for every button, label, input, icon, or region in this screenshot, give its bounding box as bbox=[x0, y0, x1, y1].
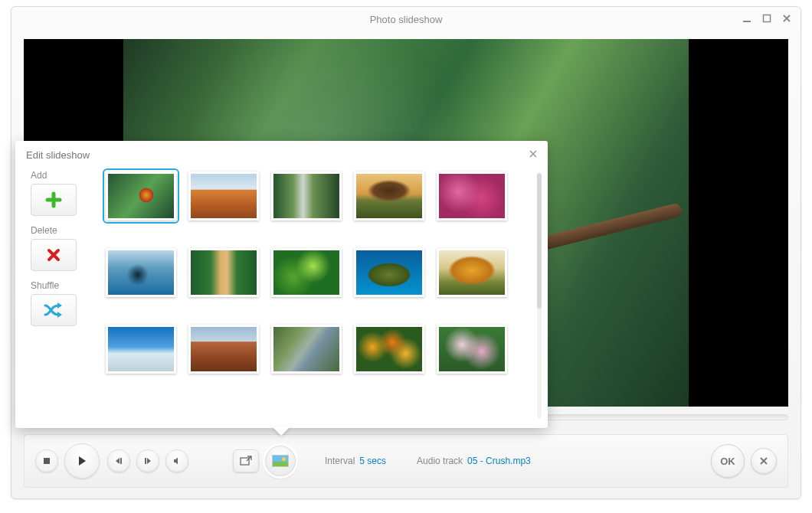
thumbnail-image bbox=[356, 174, 422, 218]
thumbnail-image bbox=[439, 174, 505, 218]
interval-label: Interval bbox=[325, 456, 355, 466]
volume-button[interactable] bbox=[165, 449, 188, 472]
next-button[interactable] bbox=[136, 449, 159, 472]
thumbnail-image bbox=[356, 250, 422, 295]
titlebar: Photo slideshow bbox=[11, 7, 801, 31]
prev-button[interactable] bbox=[107, 449, 130, 472]
thumbnail[interactable] bbox=[437, 325, 507, 374]
add-button[interactable] bbox=[31, 184, 77, 216]
export-button[interactable] bbox=[233, 449, 259, 472]
thumbnail[interactable] bbox=[106, 172, 176, 221]
svg-rect-0 bbox=[743, 21, 751, 22]
thumbnail[interactable] bbox=[354, 248, 424, 297]
edit-slideshow-dialog: Edit slideshow Add Delete Shuffle bbox=[15, 141, 548, 428]
cancel-button[interactable] bbox=[751, 448, 777, 474]
thumbnail[interactable] bbox=[271, 172, 342, 221]
x-icon bbox=[46, 247, 61, 263]
window-title: Photo slideshow bbox=[370, 14, 443, 25]
plus-icon bbox=[45, 191, 62, 208]
thumbnail[interactable] bbox=[271, 325, 342, 374]
thumbnail-image bbox=[273, 174, 339, 218]
delete-label: Delete bbox=[31, 225, 90, 236]
bottom-toolbar: Interval 5 secs Audio track 05 - Crush.m… bbox=[24, 434, 788, 488]
scrollbar-handle[interactable] bbox=[537, 173, 542, 309]
thumbnail-image bbox=[108, 327, 174, 371]
thumbnail[interactable] bbox=[437, 248, 507, 297]
thumbnail[interactable] bbox=[106, 325, 176, 374]
svg-rect-4 bbox=[145, 458, 146, 464]
dialog-title: Edit slideshow bbox=[26, 149, 90, 161]
dialog-close-button[interactable] bbox=[526, 147, 540, 161]
ok-label: OK bbox=[720, 456, 735, 467]
thumbnail[interactable] bbox=[188, 172, 259, 221]
grid-scrollbar[interactable] bbox=[537, 173, 542, 419]
thumbnail-image bbox=[191, 327, 257, 371]
ok-button[interactable]: OK bbox=[711, 444, 745, 478]
dialog-pointer bbox=[272, 426, 290, 436]
add-label: Add bbox=[31, 170, 90, 181]
svg-rect-5 bbox=[241, 458, 249, 465]
maximize-button[interactable] bbox=[759, 11, 774, 25]
delete-button[interactable] bbox=[31, 239, 77, 271]
thumbnail-image bbox=[108, 250, 174, 295]
thumbnail-image bbox=[191, 250, 257, 295]
window-close-button[interactable] bbox=[779, 11, 794, 25]
thumbnail-image bbox=[439, 250, 505, 295]
thumbnail-image bbox=[273, 327, 339, 371]
thumbnail-image bbox=[439, 327, 505, 371]
dialog-actions: Add Delete Shuffle bbox=[15, 168, 100, 428]
thumbnail-image bbox=[191, 174, 257, 218]
thumbnail-grid bbox=[100, 168, 531, 384]
shuffle-button[interactable] bbox=[31, 294, 77, 326]
play-button[interactable] bbox=[64, 443, 100, 479]
audio-info[interactable]: Audio track 05 - Crush.mp3 bbox=[417, 456, 531, 466]
window-controls bbox=[739, 11, 794, 25]
svg-rect-1 bbox=[764, 15, 771, 22]
thumbnail-image bbox=[108, 174, 174, 218]
stop-button[interactable] bbox=[35, 449, 58, 472]
thumbnail-grid-wrap bbox=[100, 168, 548, 428]
svg-rect-3 bbox=[120, 458, 122, 464]
interval-value: 5 secs bbox=[359, 456, 386, 466]
thumbnail[interactable] bbox=[354, 325, 424, 374]
thumbnail[interactable] bbox=[271, 248, 342, 297]
minimize-button[interactable] bbox=[739, 11, 755, 25]
svg-rect-2 bbox=[44, 458, 50, 464]
add-action: Add bbox=[31, 170, 90, 216]
shuffle-label: Shuffle bbox=[31, 280, 90, 291]
audio-label: Audio track bbox=[417, 456, 463, 466]
thumbnail[interactable] bbox=[354, 172, 424, 221]
thumbnail[interactable] bbox=[106, 248, 176, 297]
shuffle-icon bbox=[43, 302, 64, 319]
delete-action: Delete bbox=[31, 225, 90, 271]
shuffle-action: Shuffle bbox=[31, 280, 90, 326]
dialog-header: Edit slideshow bbox=[15, 141, 548, 168]
interval-info[interactable]: Interval 5 secs bbox=[325, 456, 386, 466]
edit-slideshow-button[interactable] bbox=[265, 446, 296, 476]
slideshow-icon bbox=[272, 455, 289, 467]
thumbnail[interactable] bbox=[188, 248, 259, 297]
thumbnail[interactable] bbox=[437, 172, 507, 221]
thumbnail-image bbox=[273, 250, 339, 295]
thumbnail[interactable] bbox=[188, 325, 259, 374]
audio-value: 05 - Crush.mp3 bbox=[467, 456, 531, 466]
thumbnail-image bbox=[356, 327, 422, 371]
